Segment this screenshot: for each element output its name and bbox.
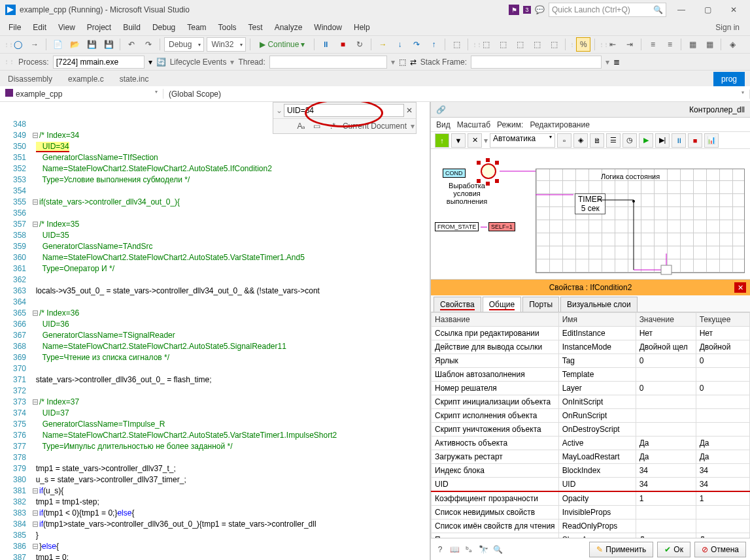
automation-combo[interactable]: Автоматика bbox=[490, 133, 555, 148]
indent-right-button[interactable]: ⇥ bbox=[622, 37, 637, 52]
cancel-button[interactable]: ⊘Отмена bbox=[694, 542, 746, 557]
redo-button[interactable]: ↷ bbox=[141, 37, 156, 52]
col-value[interactable]: Значение bbox=[636, 313, 696, 327]
menu-scale-r[interactable]: Масштаб bbox=[457, 120, 490, 129]
if-node[interactable] bbox=[481, 163, 496, 179]
restart-button[interactable]: ↻ bbox=[352, 37, 367, 52]
project-combo[interactable]: example_cpp bbox=[16, 90, 62, 99]
feedback-icon[interactable]: 💬 bbox=[535, 5, 545, 14]
menu-analyze[interactable]: Analyze bbox=[269, 21, 309, 34]
prop-row[interactable]: Шаблон автозаполненияTemplate bbox=[432, 368, 750, 382]
find-expand-icon[interactable]: ⌄ bbox=[275, 106, 284, 115]
play-icon[interactable]: ▶ bbox=[639, 133, 653, 148]
step-over-button[interactable]: ↷ bbox=[409, 37, 424, 52]
menu-view[interactable]: View bbox=[52, 21, 81, 34]
thread-dropdown[interactable] bbox=[269, 56, 387, 69]
lifecycle-label[interactable]: Lifecycle Events bbox=[170, 58, 227, 67]
properties-close-button[interactable]: ✕ bbox=[734, 282, 746, 293]
properties-grid[interactable]: Название Имя Значение Текущее Ссылка при… bbox=[431, 312, 750, 538]
code-editor[interactable]: ⌄ ✕ Aₐ ▭ .* Current Document ▾ 348 349 3… bbox=[0, 102, 430, 560]
break-all-button[interactable]: ⏸ bbox=[318, 37, 333, 52]
tool-2[interactable]: ◈ bbox=[573, 133, 588, 148]
save-button[interactable]: 💾 bbox=[84, 37, 99, 52]
prop-row[interactable]: Скрипт инициализации объектаOnInitScript bbox=[432, 395, 750, 409]
prop-row[interactable]: Активность объектаActiveДаДа bbox=[432, 436, 750, 450]
step-out-button[interactable]: ↑ bbox=[426, 37, 441, 52]
misc-5[interactable]: ⬚ bbox=[547, 37, 561, 52]
menu-tools[interactable]: Tools bbox=[213, 21, 243, 34]
prop-tab-ports[interactable]: Порты bbox=[522, 297, 559, 312]
tab-state-inc[interactable]: state.inc bbox=[112, 72, 157, 86]
show-next-button[interactable]: → bbox=[375, 37, 390, 52]
thread-icon[interactable]: ⬚ bbox=[399, 58, 406, 67]
tab-prog[interactable]: prog bbox=[713, 72, 745, 86]
nav-back-button[interactable]: ◯ bbox=[10, 37, 25, 52]
process-refresh[interactable]: ▾ bbox=[148, 58, 152, 67]
misc-1[interactable]: ⬚ bbox=[479, 37, 493, 52]
menu-edit[interactable]: Edit bbox=[27, 21, 52, 34]
filter-icon[interactable]: ▼ bbox=[451, 133, 466, 148]
tool-3[interactable]: 🗎 bbox=[590, 133, 604, 148]
ok-button[interactable]: ✔Ок bbox=[657, 542, 690, 557]
state-diagram[interactable]: Выработка условия выполнения COND FROM_S… bbox=[431, 149, 750, 280]
hex-button[interactable]: ⬚ bbox=[449, 37, 464, 52]
menu-debug[interactable]: Debug bbox=[146, 21, 181, 34]
cond-node[interactable]: COND bbox=[443, 169, 466, 178]
binoculars-icon[interactable]: 🔭 bbox=[478, 544, 488, 555]
col-field[interactable]: Имя bbox=[558, 313, 636, 327]
regex-icon[interactable]: .* bbox=[327, 120, 339, 132]
save-all-button[interactable]: 💾 bbox=[101, 37, 116, 52]
tab-example-c[interactable]: example.c bbox=[60, 72, 112, 86]
misc-2[interactable]: ⬚ bbox=[496, 37, 510, 52]
prop-tab-props[interactable]: Свойства bbox=[434, 297, 481, 312]
swap-icon[interactable]: ⇄ bbox=[410, 58, 417, 67]
lifecycle-icon[interactable]: 🔄 bbox=[156, 58, 166, 67]
notification-flag-icon[interactable]: ⚑ bbox=[509, 5, 519, 15]
prop-tab-general[interactable]: Общие bbox=[483, 297, 521, 312]
col-name[interactable]: Название bbox=[432, 313, 559, 327]
stack-icon[interactable]: ≣ bbox=[613, 58, 620, 67]
stop-icon[interactable]: ■ bbox=[688, 133, 702, 148]
prop-row[interactable]: Ссылка при редактированииEditInstanceНет… bbox=[432, 327, 750, 340]
prop-row[interactable]: UIDUID3434 bbox=[432, 478, 750, 492]
menu-test[interactable]: Test bbox=[243, 21, 269, 34]
prop-row[interactable]: Коэффициент прозрачностиOpacity11 bbox=[432, 491, 750, 506]
prop-row[interactable]: Список невидимых свойствInvisibleProps bbox=[432, 506, 750, 519]
sign-in-link[interactable]: Sign in bbox=[715, 23, 747, 32]
prop-row[interactable]: Список имён свойств для чтенияReadOnlyPr… bbox=[432, 519, 750, 533]
continue-button[interactable]: ▶ Continue ▾ bbox=[254, 40, 310, 49]
misc-3[interactable]: ⬚ bbox=[513, 37, 527, 52]
help-icon[interactable]: ? bbox=[435, 544, 445, 555]
match-word-icon[interactable]: ▭ bbox=[311, 120, 323, 132]
tools-icon[interactable]: ✕ bbox=[468, 133, 482, 148]
menu-build[interactable]: Build bbox=[117, 21, 146, 34]
minimize-button[interactable]: — bbox=[670, 3, 692, 17]
scope-combo[interactable]: (Global Scope) bbox=[163, 90, 750, 99]
new-project-button[interactable]: 📄 bbox=[50, 37, 65, 52]
step-into-button[interactable]: ↓ bbox=[392, 37, 407, 52]
prop-row[interactable]: Номер решателяLayer00 bbox=[432, 382, 750, 395]
book-icon[interactable]: 📖 bbox=[449, 544, 460, 555]
timer-node[interactable]: TIMER 5 сек bbox=[575, 193, 605, 214]
config-dropdown[interactable]: Debug bbox=[164, 37, 204, 52]
tab-disassembly[interactable]: Disassembly bbox=[0, 72, 60, 86]
step-icon[interactable]: ▶| bbox=[655, 133, 670, 148]
menu-window[interactable]: Window bbox=[308, 21, 348, 34]
find-close-button[interactable]: ✕ bbox=[404, 106, 415, 115]
tool-1[interactable]: ▫ bbox=[557, 133, 571, 148]
platform-dropdown[interactable]: Win32 bbox=[207, 37, 246, 52]
find-input[interactable] bbox=[284, 104, 404, 117]
undo-button[interactable]: ↶ bbox=[124, 37, 139, 52]
text-icon[interactable]: ᵇₐ bbox=[464, 544, 474, 555]
search-icon-2[interactable]: 🔍 bbox=[492, 544, 503, 555]
bookmark-button[interactable]: ◈ bbox=[725, 37, 740, 52]
prop-tab-layers[interactable]: Визуальные слои bbox=[560, 297, 638, 312]
menu-project[interactable]: Project bbox=[81, 21, 117, 34]
align-1[interactable]: ≡ bbox=[645, 37, 660, 52]
notification-count[interactable]: 3 bbox=[523, 6, 531, 14]
menu-team[interactable]: Team bbox=[181, 21, 212, 34]
maximize-button[interactable]: ▢ bbox=[696, 3, 719, 17]
tool-4[interactable]: ☰ bbox=[606, 133, 621, 148]
self1-node[interactable]: SELF=1 bbox=[488, 222, 515, 231]
uncomment-button[interactable]: ▦ bbox=[702, 37, 717, 52]
